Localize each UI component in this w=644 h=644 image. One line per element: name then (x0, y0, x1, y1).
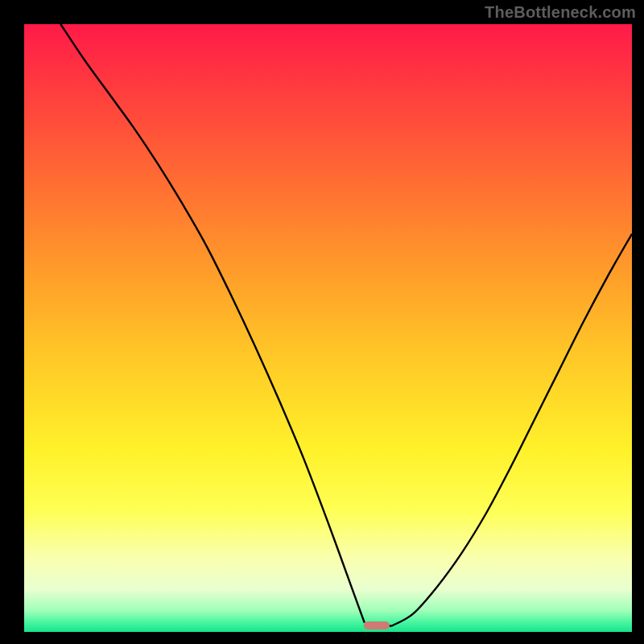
watermark-text: TheBottleneck.com (485, 3, 636, 22)
gradient-background (24, 24, 632, 632)
plot-svg (24, 24, 632, 632)
plot-area (24, 24, 632, 632)
optimal-match-marker (364, 621, 390, 630)
chart-frame: TheBottleneck.com (0, 0, 644, 644)
